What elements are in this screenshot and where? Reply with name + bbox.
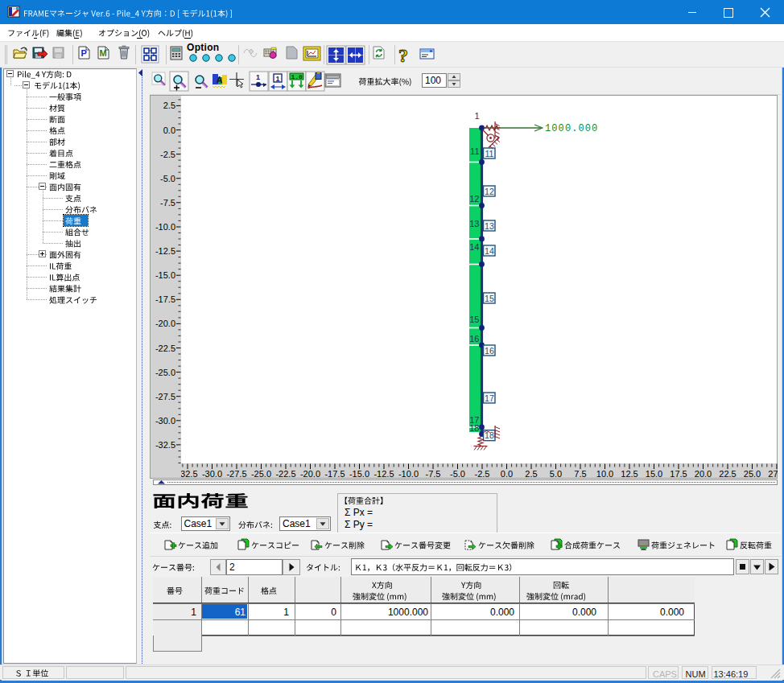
svg-text:11: 11 [485,149,493,158]
svg-text:-10.0: -10.0 [398,469,419,479]
svg-text:-12.5: -12.5 [373,469,394,479]
svg-text:1: 1 [256,73,260,81]
svg-text:-20.0: -20.0 [300,469,320,479]
svg-text:?: ? [398,45,408,66]
svg-text:-17.5: -17.5 [324,469,345,479]
svg-text:15: 15 [469,315,479,324]
svg-text:25.0: 25.0 [744,469,761,479]
svg-text:-7.5: -7.5 [426,469,441,479]
svg-text:16: 16 [485,346,494,356]
svg-text:5.0: 5.0 [550,469,562,479]
svg-text:10.0: 10.0 [596,469,613,479]
svg-text:12: 12 [469,194,479,204]
svg-text:M: M [100,48,107,58]
svg-text:11: 11 [470,146,479,156]
svg-text:-20.0: -20.0 [155,319,175,328]
svg-text:-25.0: -25.0 [155,368,175,377]
svg-text:0.0: 0.0 [163,125,175,135]
svg-text:15.0: 15.0 [646,469,662,479]
svg-text:14: 14 [469,242,479,252]
svg-text:-2.5: -2.5 [475,469,490,479]
svg-text:-30.0: -30.0 [155,416,175,426]
svg-text:15: 15 [485,294,494,303]
svg-text:1.0: 1.0 [291,73,303,80]
svg-text:2.5: 2.5 [163,101,175,110]
svg-text:-5.0: -5.0 [160,174,175,183]
svg-text:16: 16 [469,334,479,344]
svg-text:-30.0: -30.0 [202,469,222,479]
svg-text:-10.0: -10.0 [155,222,175,232]
svg-text:2.5: 2.5 [525,469,537,479]
svg-text:-7.5: -7.5 [160,198,175,208]
svg-text:0.0: 0.0 [501,469,513,479]
svg-text:A: A [217,76,222,84]
svg-text:-17.5: -17.5 [155,294,175,304]
svg-text:7.5: 7.5 [574,469,586,479]
svg-text:-32.5: -32.5 [155,440,175,450]
svg-text:27.5: 27.5 [768,469,778,479]
svg-text:13: 13 [469,219,479,228]
svg-text:-25.0: -25.0 [251,469,271,479]
svg-text:-27.5: -27.5 [155,392,175,401]
svg-text:1000.000: 1000.000 [545,123,598,134]
svg-text:17.5: 17.5 [670,469,687,479]
svg-text:-15.0: -15.0 [155,270,175,280]
svg-text:14: 14 [485,246,494,256]
svg-text:1: 1 [276,75,280,83]
svg-text:-5.0: -5.0 [450,469,465,479]
svg-text:Option: Option [187,42,219,53]
svg-text:20.0: 20.0 [695,469,712,479]
svg-text:18: 18 [469,423,479,433]
svg-text:22.5: 22.5 [719,469,736,479]
svg-text:-15.0: -15.0 [349,469,369,479]
svg-text:-12.5: -12.5 [155,246,175,256]
svg-text:12.5: 12.5 [621,469,638,479]
svg-text:-22.5: -22.5 [275,469,295,479]
svg-text:P: P [81,48,87,58]
svg-text:12: 12 [485,187,494,196]
svg-text:-27.5: -27.5 [226,469,246,479]
svg-text:13: 13 [485,221,494,231]
svg-text:1: 1 [474,111,479,121]
svg-text:-22.5: -22.5 [155,344,175,353]
svg-text:17: 17 [485,393,494,403]
svg-text:-2.5: -2.5 [160,150,175,159]
